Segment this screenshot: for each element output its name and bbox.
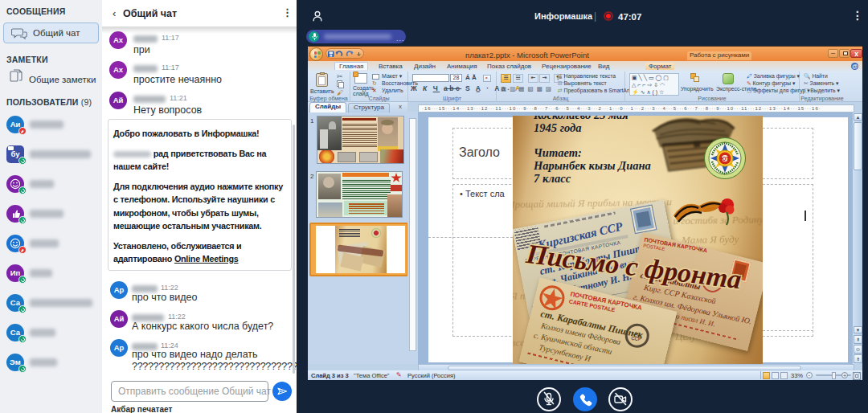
svg-text:ЮТ: ЮТ: [721, 156, 730, 162]
